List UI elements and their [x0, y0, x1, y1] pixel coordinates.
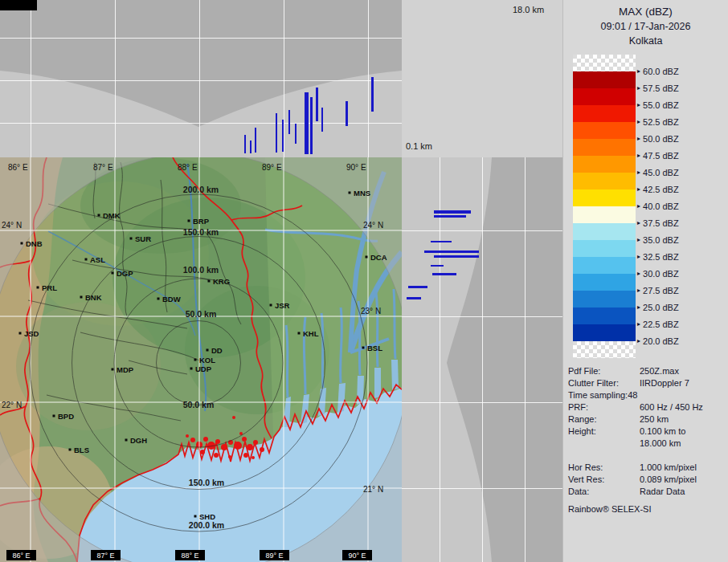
- station-dot: [207, 349, 209, 352]
- gridline: [440, 157, 440, 562]
- echo-bar: [431, 241, 452, 242]
- station-dot: [112, 369, 114, 371]
- echo-bar: [431, 265, 444, 267]
- range-ring-label: 200.0 km: [189, 520, 224, 530]
- station-label: UDP: [195, 364, 212, 373]
- echo-bar: [316, 88, 318, 121]
- station-dot: [98, 214, 100, 217]
- echo-bar: [434, 215, 466, 218]
- station-label: DMK: [103, 211, 121, 220]
- station-label: JSR: [275, 301, 290, 310]
- station-label: PRL: [42, 283, 57, 292]
- station-name: Kolkata: [563, 35, 728, 47]
- echo-bar: [371, 77, 374, 112]
- echo-bar: [432, 273, 456, 275]
- legend-row: ▸32.5 dBZ: [573, 240, 726, 257]
- echo-bar: [276, 113, 277, 153]
- station-dot: [298, 332, 301, 335]
- gridline: [482, 157, 483, 562]
- station-label: DGH: [130, 436, 147, 445]
- longitude-label: 90° E: [346, 163, 366, 172]
- legend-swatch: [573, 274, 636, 291]
- station-label: BRP: [193, 217, 210, 226]
- gridline: [0, 38, 402, 39]
- legend-swatch: [573, 55, 636, 71]
- beam-envelope-top: [0, 0, 402, 157]
- echo-bar: [282, 120, 284, 152]
- software-name: Rainbow® SELEX-SI: [568, 504, 652, 514]
- longitude-chip-label: 87° E: [96, 552, 114, 560]
- range-ring-label: 150.0 km: [189, 478, 224, 487]
- station-label: MNS: [354, 189, 370, 198]
- station-dot: [85, 259, 88, 261]
- info-row: Clutter Filter:IIRDoppler 7: [568, 377, 727, 389]
- range-ring-label: 150.0 km: [183, 227, 219, 237]
- echo-bar: [407, 297, 421, 299]
- gridline: [115, 0, 116, 157]
- legend-row: ▸40.0 dBZ: [573, 189, 726, 206]
- gridline: [402, 230, 562, 231]
- station-label: SUR: [135, 234, 151, 243]
- station-label: DD: [211, 346, 223, 355]
- station-dot: [130, 238, 133, 240]
- legend-swatch: [573, 71, 636, 88]
- longitude-label: 86° E: [8, 163, 28, 172]
- station-dot: [208, 280, 211, 283]
- echo-bar: [346, 101, 348, 126]
- legend-swatch: [573, 122, 636, 139]
- map-panel[interactable]: 200.0 km150.0 km100.0 km50.0 km50.0 km15…: [0, 157, 402, 562]
- station-label: SHD: [199, 512, 215, 521]
- echo-bar: [244, 135, 246, 153]
- station-label: MDP: [117, 365, 134, 374]
- echo-bar: [295, 124, 297, 144]
- legend-swatch: [573, 173, 636, 189]
- station-dot: [188, 220, 190, 222]
- timestamp: 09:01 / 17-Jan-2026: [563, 21, 728, 32]
- info-row: Hor Res:1.000 km/pixel: [568, 462, 727, 474]
- station-dot: [349, 192, 351, 194]
- legend-row: ▸35.0 dBZ: [573, 223, 726, 240]
- info-row: PRF:600 Hz / 450 Hz: [568, 401, 727, 413]
- info-row: Vert Res:0.089 km/pixel: [568, 474, 727, 486]
- scan-info-list: Pdf File:250Z.maxClutter Filter:IIRDoppl…: [568, 365, 727, 498]
- station-dot: [53, 415, 55, 417]
- height-axis-label-area: 18.0 km 0.1 km: [402, 0, 562, 157]
- legend-row: ▸37.5 dBZ: [573, 206, 726, 223]
- station-label: DNB: [26, 239, 43, 248]
- height-axis-max-label: 18.0 km: [513, 5, 544, 14]
- legend-row: ▸47.5 dBZ: [573, 139, 726, 156]
- station-dot: [362, 347, 365, 349]
- legend-swatch: [573, 189, 636, 206]
- latitude-label: 24° N: [2, 221, 22, 230]
- gridline: [402, 402, 562, 403]
- station-dot: [194, 515, 197, 518]
- gridline: [284, 0, 284, 157]
- longitude-chip-label: 90° E: [348, 552, 366, 560]
- latitude-label: 22° N: [2, 401, 22, 409]
- legend-row: ▸50.0 dBZ: [573, 122, 726, 139]
- longitude-label: 87° E: [93, 163, 113, 172]
- radar-map: 200.0 km150.0 km100.0 km50.0 km50.0 km15…: [0, 157, 402, 562]
- legend-swatch: [573, 257, 636, 274]
- legend-swatch: [573, 88, 636, 105]
- info-row: Time sampling:48: [568, 389, 727, 401]
- legend-swatch: [573, 206, 636, 223]
- echo-bar: [434, 255, 479, 258]
- echo-bar: [424, 250, 479, 253]
- info-row: Pdf File:250Z.max: [568, 365, 727, 377]
- echo-bar: [408, 286, 427, 288]
- station-label: BSL: [367, 344, 382, 352]
- legend-swatch: [573, 156, 636, 173]
- legend-row: ▸30.0 dBZ: [573, 257, 726, 274]
- range-ring-label: 50.0 km: [183, 400, 215, 409]
- color-legend: ▸60.0 dBZ▸57.5 dBZ▸55.0 dBZ▸52.5 dBZ▸50.…: [573, 55, 726, 358]
- station-dot: [69, 449, 72, 451]
- station-dot: [366, 256, 368, 259]
- legend-swatch: [573, 139, 636, 156]
- sidebar: MAX (dBZ) 09:01 / 17-Jan-2026 Kolkata ▸6…: [562, 0, 728, 562]
- info-row: [568, 450, 727, 462]
- gridline: [0, 80, 402, 81]
- info-row: Height:0.100 km to: [568, 426, 727, 438]
- echo-bar: [288, 110, 290, 134]
- station-dot: [112, 272, 114, 275]
